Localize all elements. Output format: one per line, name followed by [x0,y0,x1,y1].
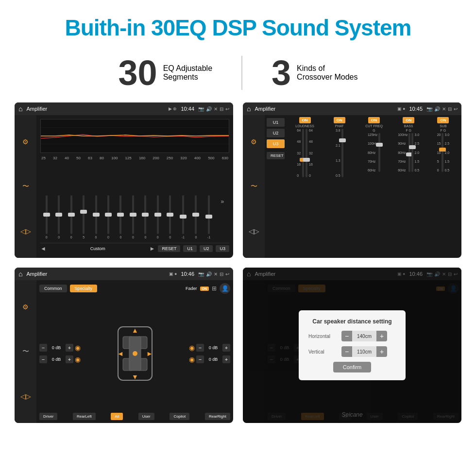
eq-sliders: 0 0 0 5 0 [40,162,229,241]
screen-eq: ⌂ Amplifier ▶ ⊕ 10:44 📷🔊✕⊟↩ ⚙ 〜 ◁▷ [15,102,233,258]
u2-cross-btn[interactable]: U2 [267,129,285,137]
screen1-time: 10:44 [181,106,194,112]
u2-btn[interactable]: U2 [200,245,213,252]
vertical-plus-btn[interactable]: + [376,346,387,357]
user-btn[interactable]: User [138,413,154,420]
cross-eq-icon[interactable]: ⚙ [251,138,257,146]
db-row-topleft: − 0 dB + ◉ [39,344,81,352]
screen2-title: Amplifier [255,106,393,112]
plus-btn-3[interactable]: + [222,344,230,352]
phat-on-btn[interactable]: ON [334,117,345,123]
status-bar-3: ⌂ Amplifier ▣ ● 10:46 📷🔊✕⊟↩ [15,268,233,280]
prev-arrow[interactable]: ◄ [40,245,46,252]
channel-sub: ON SUB F G 20151050 3.02.52.01.50.5 [427,117,459,177]
loudness-on-btn[interactable]: ON [299,117,311,123]
eq-slider-1: 0 [58,195,60,239]
eq-stat: 30 EQ Adjustable Segments [89,55,242,90]
eq-slider-3: 5 [83,195,85,239]
sub-on-btn[interactable]: ON [437,117,449,123]
fader-icon: ⊞ [212,285,217,292]
eq-number: 30 [119,55,157,90]
eq-slider-4: 0 [95,195,97,239]
speaker-body: − 0 dB + ◉ − 0 dB + ◉ [39,296,230,411]
home-icon-2[interactable]: ⌂ [247,105,251,113]
car-diagram-area: ▲ ▼ ◄ ► [85,322,185,385]
rearright-btn[interactable]: RearRight [205,413,230,420]
db-row-bottomright: ◉ − 0 dB + [189,355,230,363]
horizontal-minus-btn[interactable]: − [341,331,352,341]
rearleft-btn[interactable]: RearLeft [73,413,96,420]
channel-cutfreq: ON CUT FREQ G 125Hz100Hz80Hz70Hz60Hz [357,117,390,177]
vertical-stepper: − 110cm + [341,346,387,357]
crossover-content: ⚙ 〜 ◁▷ U1 U2 U3 RESET ON LOUDNESS 644832… [243,115,461,258]
reset-btn-1[interactable]: RESET [158,245,180,252]
eq-custom-label: Custom [49,246,147,251]
u1-btn[interactable]: U1 [183,245,197,252]
cross-reset-btn[interactable]: RESET [267,152,285,159]
all-btn[interactable]: All [111,413,123,420]
cross-channels-row: ON LOUDNESS 644832160 644832160 ON PHAT [289,117,459,177]
specialty-mode-btn[interactable]: Specialty [70,285,98,292]
speaker-main: Common Specialty Fader ON ⊞ 👤 − 0 dB + ◉ [36,280,233,423]
bass-on-btn[interactable]: ON [403,117,414,123]
screen3-title: Amplifier [26,271,165,277]
screen-crossover: ⌂ Amplifier ▣ ● 10:45 📷🔊✕⊟↩ ⚙ 〜 ◁▷ U1 U2… [243,102,461,258]
wave-icon[interactable]: 〜 [22,182,29,191]
cross-wave-icon[interactable]: 〜 [251,182,257,191]
bass-label: BASS [404,124,413,128]
db-val-3: 0 dB [205,345,221,350]
eq-freq-labels: 253240506380 100125160200250320 40050063… [40,156,229,160]
u3-cross-btn[interactable]: U3 [267,139,285,148]
u3-btn[interactable]: U3 [216,245,229,252]
minus-btn-1[interactable]: − [39,344,47,352]
screen1-icons: ▶ ⊕ [169,106,177,111]
cross-vol-icon[interactable]: ◁▷ [249,227,259,235]
plus-btn-1[interactable]: + [66,344,73,352]
screen3-status-icons: 📷🔊✕⊟↩ [198,271,229,277]
eq-main: 253240506380 100125160200250320 40050063… [36,115,233,258]
horizontal-plus-btn[interactable]: + [376,331,387,341]
next-arrow[interactable]: ► [150,245,155,252]
home-icon[interactable]: ⌂ [18,105,22,113]
speaker-content: ⚙ 〜 ◁▷ Common Specialty Fader ON ⊞ 👤 [15,280,233,423]
plus-btn-4[interactable]: + [222,355,230,363]
eq-bottom-bar: ◄ Custom ► RESET U1 U2 U3 [40,243,229,254]
speaker-right-controls: ◉ − 0 dB + ◉ − 0 dB + [189,344,230,363]
screen2-status-icons: 📷🔊✕⊟↩ [426,106,458,112]
vertical-minus-btn[interactable]: − [341,346,352,357]
driver-btn[interactable]: Driver [39,413,57,420]
minus-btn-2[interactable]: − [39,355,47,363]
vertical-row: Vertical − 110cm + [308,346,396,357]
page-title: Buith-in 30EQ DSP Sound System [10,15,466,41]
minus-btn-4[interactable]: − [196,355,204,363]
sp-wave-icon[interactable]: 〜 [22,347,29,356]
speaker-rr-icon: ◉ [189,355,195,363]
crossover-number: 3 [272,55,291,90]
fader-on-badge: ON [200,287,209,291]
eq-slider-0: 0 [46,195,48,239]
confirm-button[interactable]: Confirm [333,362,372,372]
eq-slider-12: 0 [195,195,197,239]
home-icon-3[interactable]: ⌂ [18,270,22,278]
cross-sidebar: ⚙ 〜 ◁▷ [243,115,265,258]
cutfreq-on-btn[interactable]: ON [368,117,380,123]
copilot-btn[interactable]: Copilot [170,413,189,420]
svg-text:▼: ▼ [132,373,138,381]
vol-icon[interactable]: ◁▷ [20,227,31,235]
plus-btn-2[interactable]: + [66,355,73,363]
minus-btn-3[interactable]: − [196,344,204,352]
eq-screen-content: ⚙ 〜 ◁▷ [15,115,233,258]
common-mode-btn[interactable]: Common [39,285,67,292]
db-val-1: 0 dB [49,345,64,350]
cutfreq-label: CUT FREQ [365,124,383,128]
phat-label: PHAT [335,124,344,128]
sp-eq-icon[interactable]: ⚙ [22,303,29,311]
eq-sidebar: ⚙ 〜 ◁▷ [15,115,36,258]
u1-cross-btn[interactable]: U1 [267,118,285,127]
db-val-4: 0 dB [205,357,221,362]
eq-slider-9: 0 [157,195,159,239]
sp-vol-icon[interactable]: ◁▷ [20,392,31,400]
svg-point-14 [133,351,137,356]
eq-icon[interactable]: ⚙ [22,138,29,146]
speaker-rl-icon: ◉ [75,355,81,363]
